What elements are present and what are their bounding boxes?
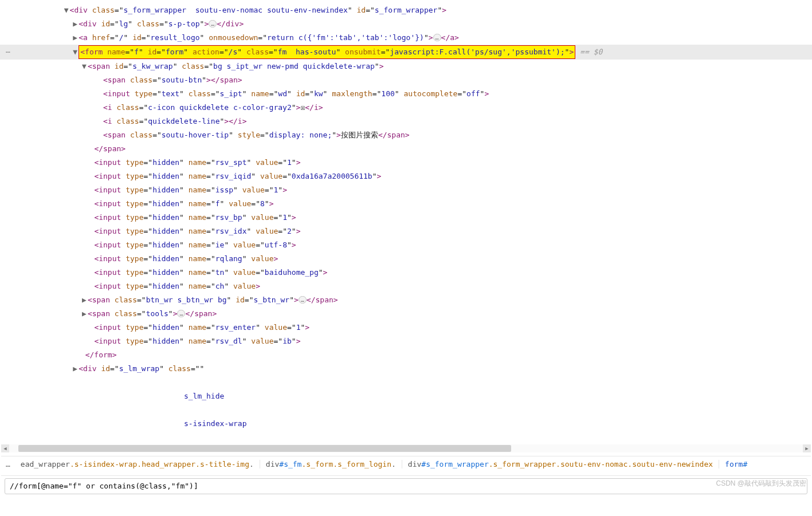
expand-icon[interactable]: ▼ <box>72 46 79 58</box>
dom-tree-line[interactable]: <input type="hidden" name="rsv_spt" valu… <box>0 156 812 170</box>
dom-tree-line[interactable]: <input type="hidden" name="rsv_bp" value… <box>0 211 812 224</box>
breadcrumb-item[interactable]: div#s_form_wrapper.s_form_wrapper.soutu-… <box>402 460 719 468</box>
dom-tree-line[interactable]: <span class="soutu-btn"></span> <box>0 73 812 87</box>
collapse-icon[interactable]: ▶ <box>72 363 79 375</box>
dom-tree-line[interactable]: ▶<a href="/" id="result_logo" onmousedow… <box>0 31 812 45</box>
dom-tree-line[interactable]: ▼<span id="s_kw_wrap" class="bg s_ipt_wr… <box>0 60 812 73</box>
dom-tree-line[interactable]: <span class="soutu-hover-tip" style="dis… <box>0 128 812 142</box>
elements-search-bar <box>1 475 811 496</box>
dom-tree-line[interactable]: </span> <box>0 142 812 156</box>
gutter-overflow-icon: … <box>0 46 16 54</box>
dom-tree-line[interactable]: ▼<div class="s_form_wrapper soutu-env-no… <box>0 3 812 17</box>
collapsed-children-icon[interactable]: … <box>433 34 441 41</box>
dom-tree-line[interactable]: ▶<span class="btn_wr s_btn_wr bg" id="s_… <box>0 293 812 307</box>
dom-tree-line[interactable]: <i class="quickdelete-line"></i> <box>0 115 812 128</box>
search-input[interactable] <box>5 478 807 494</box>
dom-tree-line[interactable]: <input type="hidden" name="rsv_idx" valu… <box>0 224 812 238</box>
dom-tree[interactable]: ▼<div class="s_form_wrapper soutu-env-no… <box>0 0 812 441</box>
dom-tree-line[interactable]: ▶<div id="lg" class="s-p-top">…</div> <box>0 17 812 31</box>
dom-tree-line[interactable]: ▶<span class="tools">…</span> <box>0 307 812 321</box>
breadcrumb-item[interactable]: form# <box>719 460 753 468</box>
highlighted-node[interactable]: <form name="f" id="form" action="/s" cla… <box>79 45 575 59</box>
dom-tree-line[interactable]: <input type="text" class="s_ipt" name="w… <box>0 87 812 101</box>
collapse-icon[interactable]: ▶ <box>81 294 88 306</box>
collapsed-children-icon[interactable]: … <box>209 20 217 27</box>
dom-tree-line[interactable]: <i class="c-icon quickdelete c-color-gra… <box>0 101 812 115</box>
dom-tree-line[interactable]: ▶<div id="s_lm_wrap" class="" <box>0 362 812 376</box>
breadcrumb: … ead_wrapper.s-isindex-wrap.head_wrappe… <box>1 456 811 472</box>
collapse-icon[interactable]: ▶ <box>81 308 88 320</box>
scroll-thumb[interactable] <box>18 445 511 452</box>
scroll-left-icon[interactable]: ◀ <box>1 444 9 452</box>
dom-tree-line[interactable]: ▼<form name="f" id="form" action="/s" cl… <box>0 45 812 60</box>
dom-tree-line[interactable]: <input type="hidden" name="issp" value="… <box>0 183 812 197</box>
dom-tree-line[interactable]: <input type="hidden" name="rsv_dl" value… <box>0 334 812 348</box>
scroll-track[interactable] <box>9 444 803 452</box>
collapse-icon[interactable]: ▶ <box>72 31 79 44</box>
expand-icon[interactable]: ▼ <box>81 60 88 73</box>
dom-tree-line[interactable]: <input type="hidden" name="rsv_enter" va… <box>0 321 812 334</box>
scroll-right-icon[interactable]: ▶ <box>803 444 811 452</box>
dom-tree-line[interactable]: s-isindex-wrap <box>0 417 812 431</box>
dom-tree-line[interactable] <box>0 403 812 417</box>
breadcrumb-overflow-icon[interactable]: … <box>1 460 15 468</box>
dom-tree-line[interactable]: <input type="hidden" name="rqlang" value… <box>0 252 812 266</box>
breadcrumb-item[interactable]: div#s_fm.s_form.s_form_login. <box>260 460 402 468</box>
collapsed-children-icon[interactable]: … <box>177 310 185 317</box>
collapse-icon[interactable]: ▶ <box>72 18 79 30</box>
dom-tree-line[interactable]: <input type="hidden" name="tn" value="ba… <box>0 266 812 279</box>
breadcrumb-item[interactable]: ead_wrapper.s-isindex-wrap.head_wrapper.… <box>15 460 260 468</box>
dev-selected-suffix: == $0 <box>575 48 602 56</box>
horizontal-scrollbar[interactable]: ◀ ▶ <box>1 444 811 452</box>
dom-tree-line[interactable]: </form> <box>0 348 812 362</box>
collapsed-children-icon[interactable]: … <box>299 296 307 304</box>
dom-tree-line[interactable]: <input type="hidden" name="ie" value="ut… <box>0 238 812 252</box>
dom-tree-line[interactable]: <input type="hidden" name="rsv_iqid" val… <box>0 170 812 183</box>
dom-tree-line[interactable] <box>0 376 812 389</box>
expand-icon[interactable]: ▼ <box>63 4 70 17</box>
dom-tree-line[interactable]: s_lm_hide <box>0 389 812 403</box>
dom-tree-line[interactable]: <input type="hidden" name="ch" value> <box>0 279 812 293</box>
dom-tree-line[interactable]: <input type="hidden" name="f" value="8"> <box>0 197 812 211</box>
